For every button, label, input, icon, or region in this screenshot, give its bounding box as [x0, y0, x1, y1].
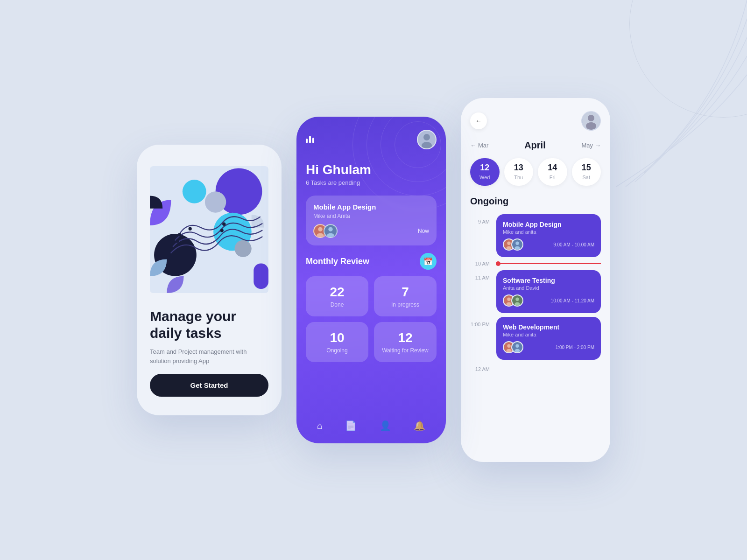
event2-avatars — [503, 294, 520, 307]
event3-avatars — [503, 341, 520, 353]
svg-point-27 — [507, 246, 512, 250]
svg-point-32 — [507, 298, 510, 301]
svg-point-11 — [220, 229, 224, 232]
event1-time: 9.00 AM - 10.00 AM — [553, 242, 594, 247]
stat-done[interactable]: 22 Done — [306, 276, 368, 316]
subtitle: Team and Project management with solutio… — [150, 347, 268, 365]
event3-time: 1:00 PM - 2:00 PM — [556, 345, 594, 350]
home-icon[interactable]: ⌂ — [317, 420, 323, 431]
stat-waiting-num: 12 — [381, 330, 430, 345]
stat-done-num: 22 — [312, 285, 362, 300]
event2-time: 10.00 AM - 11.20 AM — [551, 298, 594, 303]
stat-ongoing[interactable]: 10 Ongoing — [306, 322, 368, 362]
person-icon[interactable]: 👤 — [380, 420, 391, 431]
month-navigation: ← Mar April May → — [470, 140, 601, 151]
next-month-button[interactable]: May → — [581, 142, 601, 149]
stat-done-label: Done — [312, 301, 362, 308]
event2-title: Software Testing — [503, 277, 594, 284]
stat-waiting-label: Waiting for Review — [381, 347, 430, 354]
svg-point-29 — [515, 242, 519, 245]
date-14[interactable]: 14 Fri — [538, 158, 567, 186]
calendar-header: ← — [470, 111, 601, 131]
phone-calendar: ← ← Mar April May → — [461, 98, 610, 462]
event1-avatar-2 — [511, 238, 523, 251]
date-13[interactable]: 13 Thu — [504, 158, 534, 186]
document-icon[interactable]: 📄 — [345, 420, 357, 431]
event1-title: Mobile App Design — [503, 221, 594, 228]
svg-point-35 — [515, 298, 519, 301]
onboarding-text: Manage your daily tasks Team and Project… — [150, 308, 268, 365]
now-badge: Now — [418, 228, 429, 234]
onboarding-art — [150, 160, 268, 300]
event3-bottom: 1:00 PM - 2:00 PM — [503, 341, 594, 353]
user-avatar-cal[interactable] — [581, 111, 601, 131]
svg-point-38 — [507, 344, 510, 348]
svg-point-33 — [507, 302, 512, 306]
stat-in-progress[interactable]: 7 In progress — [374, 276, 437, 316]
dashboard-header — [306, 130, 437, 149]
phone-onboarding: Manage your daily tasks Team and Project… — [137, 145, 282, 415]
event1-subtitle: Mike and anita — [503, 229, 594, 235]
timeline-row-2: 11 AM Software Testing Anita and David — [470, 270, 601, 313]
stat-waiting[interactable]: 12 Waiting for Review — [374, 322, 437, 362]
monthly-review-title: Monthly Review — [306, 257, 369, 266]
headline: Manage your daily tasks — [150, 308, 268, 342]
svg-point-9 — [222, 223, 226, 226]
calendar-inner: ← ← Mar April May → — [461, 98, 610, 462]
back-button[interactable]: ← — [470, 112, 487, 129]
svg-point-23 — [588, 115, 594, 121]
task-card-bottom: Now — [313, 224, 429, 238]
time-11am: 11 AM — [470, 270, 494, 280]
svg-point-21 — [327, 233, 334, 238]
time-label-row-12am: 12 AM — [470, 362, 601, 372]
dashboard-inner: Hi Ghulam 6 Tasks are pending Mobile App… — [296, 117, 446, 443]
date-row: 12 Wed 13 Thu 14 Fri 15 Sat — [470, 158, 601, 186]
svg-point-18 — [317, 233, 324, 238]
prev-month-button[interactable]: ← Mar — [470, 142, 488, 149]
tasks-pending: 6 Tasks are pending — [306, 179, 437, 186]
greeting-text: Hi Ghulam — [306, 162, 437, 177]
event1-bottom: 9.00 AM - 10.00 AM — [503, 238, 594, 251]
event2-subtitle: Anita and David — [503, 285, 594, 291]
svg-point-20 — [328, 227, 332, 231]
event2-bottom: 10.00 AM - 11.20 AM — [503, 294, 594, 307]
event3-title: Web Development — [503, 323, 594, 331]
get-started-button[interactable]: Get Started — [150, 374, 268, 397]
ongoing-label: Ongoing — [470, 196, 601, 207]
svg-point-17 — [318, 227, 322, 231]
svg-point-41 — [515, 344, 519, 348]
phone-dashboard: Hi Ghulam 6 Tasks are pending Mobile App… — [296, 117, 446, 443]
monthly-review-header: Monthly Review 📅 — [306, 253, 437, 270]
svg-point-24 — [586, 122, 596, 130]
time-line — [496, 263, 601, 264]
bottom-nav: ⌂ 📄 👤 🔔 — [306, 413, 437, 434]
event-mobile-app[interactable]: Mobile App Design Mike and anita — [496, 214, 601, 257]
svg-point-4 — [205, 191, 226, 212]
bell-icon[interactable]: 🔔 — [414, 420, 425, 431]
month-label: April — [524, 140, 546, 151]
event1-avatars — [503, 238, 520, 251]
event-software-testing[interactable]: Software Testing Anita and David — [496, 270, 601, 313]
svg-point-10 — [176, 239, 179, 243]
calendar-icon-button[interactable]: 📅 — [420, 253, 437, 270]
date-12[interactable]: 12 Wed — [470, 158, 500, 186]
svg-point-8 — [189, 227, 192, 231]
stat-progress-label: In progress — [381, 301, 430, 308]
avatar-anita — [324, 224, 338, 238]
current-time-label: 10 AM — [470, 261, 494, 266]
task-title: Mobile App Design — [313, 203, 429, 211]
svg-rect-12 — [254, 264, 268, 289]
svg-point-7 — [178, 233, 181, 236]
time-9am: 9 AM — [470, 214, 494, 224]
stat-ongoing-label: Ongoing — [312, 347, 362, 354]
event-web-development[interactable]: Web Development Mike and anita — [496, 317, 601, 360]
stat-ongoing-num: 10 — [312, 330, 362, 345]
task-card-mobile-app[interactable]: Mobile App Design Mike and Anita — [306, 196, 437, 245]
event3-subtitle: Mike and anita — [503, 332, 594, 337]
svg-point-6 — [183, 180, 206, 203]
date-15[interactable]: 15 Sat — [572, 158, 601, 186]
timeline-row-3: 1:00 PM Web Development Mike and anita — [470, 317, 601, 360]
svg-point-5 — [234, 240, 251, 257]
svg-point-30 — [515, 246, 520, 250]
user-avatar[interactable] — [417, 130, 437, 149]
